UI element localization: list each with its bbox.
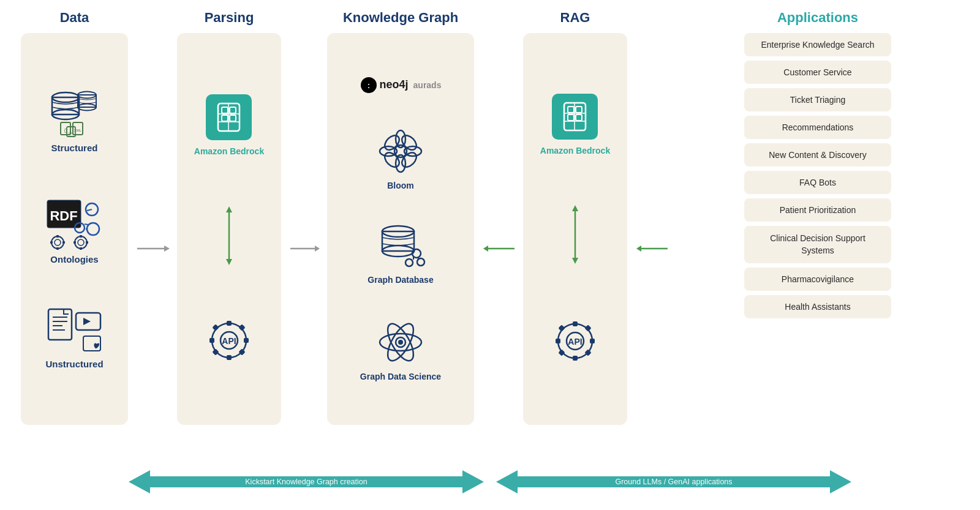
svg-rect-1 <box>52 97 79 114</box>
svg-rect-108 <box>590 339 595 343</box>
kg-bloom: Bloom <box>376 127 425 190</box>
svg-rect-109 <box>558 325 565 332</box>
app-pharmacovigilance: Pharmacovigilance <box>744 268 891 291</box>
svg-rect-30 <box>74 241 76 244</box>
svg-point-23 <box>78 239 84 246</box>
svg-text:API: API <box>222 336 236 346</box>
rdf-icon: RDF <box>44 197 105 249</box>
rag-panel: Amazon Bedrock <box>523 33 627 425</box>
data-panel: {} XML csv Structured RDF <box>21 33 128 425</box>
kg-gds: Graph Data Science <box>360 318 441 381</box>
svg-text::: : <box>368 81 370 90</box>
parsing-column: Parsing <box>171 10 287 425</box>
unstructured-icon <box>45 308 104 354</box>
svg-rect-96 <box>576 114 582 121</box>
neo4j-logo: : neo4j aurads <box>360 77 442 94</box>
apps-list: Enterprise Knowledge Search Customer Ser… <box>744 33 891 318</box>
parsing-panel: Amazon Bedrock <box>177 33 281 425</box>
svg-point-89 <box>398 340 403 345</box>
ontologies-label: Ontologies <box>50 254 98 264</box>
neo4j-text: neo4j <box>380 78 409 91</box>
data-structured: {} XML csv Structured <box>47 89 102 153</box>
rag-column: RAG <box>517 10 633 425</box>
svg-text:RDF: RDF <box>50 208 77 223</box>
app-patient-prioritization: Patient Prioritization <box>744 198 891 222</box>
svg-rect-27 <box>62 241 65 244</box>
svg-marker-91 <box>483 246 488 252</box>
unstructured-label: Unstructured <box>45 359 103 369</box>
app-clinical-decision: Clinical Decision Support Systems <box>744 226 891 263</box>
svg-point-21 <box>55 239 61 246</box>
svg-marker-50 <box>226 206 232 212</box>
svg-rect-43 <box>222 107 228 113</box>
svg-line-17 <box>87 209 92 211</box>
data-title: Data <box>60 10 89 26</box>
api-gear-rag-icon: API <box>551 315 600 364</box>
svg-marker-102 <box>572 258 578 264</box>
svg-text:csv: csv <box>68 131 74 135</box>
app-enterprise-search: Enterprise Knowledge Search <box>744 33 891 56</box>
kg-panel: : neo4j aurads <box>327 33 474 425</box>
bloom-label: Bloom <box>387 181 414 190</box>
svg-rect-46 <box>230 115 236 121</box>
graphdb-icon <box>375 224 427 270</box>
apps-title: Applications <box>777 10 858 26</box>
data-column: Data <box>15 10 134 425</box>
bedrock-icon-parsing <box>212 100 246 134</box>
bedrock-label-parsing: Amazon Bedrock <box>194 146 264 156</box>
gds-label: Graph Data Science <box>360 372 441 381</box>
svg-marker-65 <box>315 246 320 252</box>
svg-rect-95 <box>568 114 574 121</box>
svg-point-74 <box>399 133 420 153</box>
svg-rect-44 <box>230 107 236 113</box>
bottom-arrows-section: Kickstart Knowledge Graph creation Groun… <box>15 461 965 505</box>
bedrock-label-rag: Amazon Bedrock <box>540 146 610 156</box>
parsing-bedrock: Amazon Bedrock <box>194 94 264 156</box>
rag-bedrock: Amazon Bedrock <box>540 94 610 156</box>
arrow-rag-apps <box>633 10 670 455</box>
app-ticket-triaging: Ticket Triaging <box>744 88 891 111</box>
kg-column: Knowledge Graph : neo4j aurads <box>321 10 480 425</box>
svg-text:API: API <box>568 337 582 347</box>
bottom-left-arrow: Kickstart Knowledge Graph creation <box>129 464 484 502</box>
data-ontologies: RDF <box>44 197 105 264</box>
app-customer-service: Customer Service <box>744 61 891 84</box>
svg-marker-38 <box>83 318 91 325</box>
structured-label: Structured <box>51 143 98 153</box>
graphdb-label: Graph Database <box>368 275 433 285</box>
svg-point-82 <box>405 259 413 266</box>
parsing-vertical-arrow <box>223 205 235 266</box>
bloom-icon <box>376 127 425 176</box>
svg-point-22 <box>75 236 87 249</box>
svg-rect-45 <box>222 115 228 121</box>
gds-icon <box>376 318 425 367</box>
svg-rect-60 <box>238 324 245 331</box>
arrow-data-parsing <box>134 10 171 455</box>
kg-graphdb: Graph Database <box>368 224 433 285</box>
svg-rect-93 <box>568 107 574 113</box>
svg-marker-41 <box>164 246 170 252</box>
svg-point-20 <box>51 236 64 249</box>
svg-point-75 <box>382 150 402 170</box>
aurads-text: aurads <box>413 80 442 90</box>
svg-marker-115 <box>636 246 641 252</box>
svg-rect-26 <box>50 241 53 244</box>
svg-rect-56 <box>227 355 232 360</box>
svg-rect-57 <box>209 338 214 343</box>
app-faq-bots: FAQ Bots <box>744 171 891 194</box>
svg-rect-29 <box>80 247 82 250</box>
database-icon: {} XML csv <box>47 89 102 138</box>
arrow-kg-rag <box>480 10 517 455</box>
svg-text:Ground LLMs / GenAI applicatio: Ground LLMs / GenAI applications <box>615 478 732 486</box>
app-recommendations: Recommendations <box>744 116 891 139</box>
bedrock-box-rag <box>552 94 598 140</box>
bedrock-box-parsing <box>206 94 252 140</box>
svg-rect-106 <box>573 356 578 361</box>
arrow-parsing-kg <box>287 10 321 455</box>
svg-rect-59 <box>212 324 219 331</box>
svg-rect-31 <box>86 241 88 244</box>
svg-rect-25 <box>56 247 59 250</box>
svg-point-16 <box>87 223 99 235</box>
app-health-assistants: Health Assistants <box>744 295 891 318</box>
rag-api: API <box>551 315 600 364</box>
